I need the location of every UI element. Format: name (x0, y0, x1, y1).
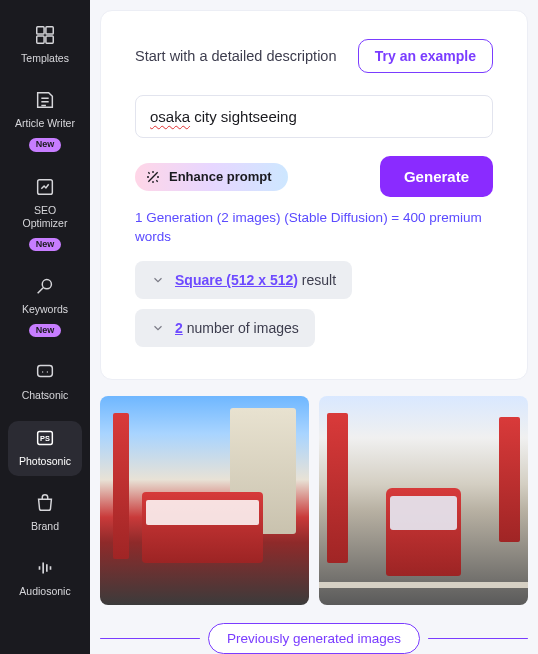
prompt-input[interactable]: osaka city sightseeing (135, 95, 493, 138)
image-count-suffix: number of images (183, 320, 299, 336)
chevron-down-icon (151, 321, 165, 335)
svg-point-5 (42, 280, 51, 289)
description-row: Start with a detailed description Try an… (135, 39, 493, 73)
keywords-icon (34, 275, 56, 297)
svg-text:PS: PS (40, 433, 50, 442)
sidebar-item-photosonic[interactable]: PS Photosonic (8, 421, 82, 476)
image-size-dropdown[interactable]: Square (512 x 512) result (135, 261, 352, 299)
sidebar-item-chatsonic[interactable]: Chatsonic (8, 355, 82, 410)
generation-cost-text: 1 Generation (2 images) (Stable Diffusio… (135, 209, 493, 247)
svg-rect-3 (46, 36, 53, 43)
article-writer-icon (34, 89, 56, 111)
generation-card: Start with a detailed description Try an… (100, 10, 528, 380)
svg-rect-6 (38, 366, 53, 377)
sidebar-item-label: Templates (21, 52, 69, 65)
previous-images-label: Previously generated images (208, 623, 420, 654)
sidebar-item-label: Chatsonic (22, 389, 69, 402)
sidebar: Templates Article Writer New SEO Optimiz… (0, 0, 90, 654)
magic-wand-icon (145, 169, 161, 185)
new-badge: New (29, 324, 62, 337)
sidebar-item-audiosonic[interactable]: Audiosonic (8, 551, 82, 606)
sidebar-item-templates[interactable]: Templates (8, 18, 82, 73)
sidebar-item-keywords[interactable]: Keywords New (8, 269, 82, 345)
audiosonic-icon (34, 557, 56, 579)
sidebar-item-brand[interactable]: Brand (8, 486, 82, 541)
templates-icon (34, 24, 56, 46)
seo-optimizer-icon (34, 176, 56, 198)
photosonic-icon: PS (34, 427, 56, 449)
actions-row: Enhance prompt Generate (135, 156, 493, 197)
sidebar-item-label: Article Writer (15, 117, 75, 130)
new-badge: New (29, 138, 62, 151)
generated-images (100, 396, 528, 605)
new-badge: New (29, 238, 62, 251)
svg-rect-2 (37, 36, 44, 43)
image-count-value: 2 (175, 320, 183, 336)
try-example-button[interactable]: Try an example (358, 39, 493, 73)
chevron-down-icon (151, 273, 165, 287)
prompt-text-rest: city sightseeing (190, 108, 297, 125)
generated-image[interactable] (100, 396, 309, 605)
sidebar-item-label: Audiosonic (19, 585, 70, 598)
image-size-suffix: result (298, 272, 336, 288)
sidebar-item-label: Photosonic (19, 455, 71, 468)
svg-rect-1 (46, 27, 53, 34)
description-label: Start with a detailed description (135, 48, 337, 64)
sidebar-item-label: Keywords (22, 303, 68, 316)
sidebar-item-seo-optimizer[interactable]: SEO Optimizer New (8, 170, 82, 260)
brand-icon (34, 492, 56, 514)
generated-image[interactable] (319, 396, 528, 605)
svg-rect-0 (37, 27, 44, 34)
generate-button[interactable]: Generate (380, 156, 493, 197)
sidebar-item-label: Brand (31, 520, 59, 533)
divider-line (428, 638, 528, 640)
divider-line (100, 638, 200, 640)
previous-images-divider: Previously generated images (100, 623, 528, 654)
main-content: Start with a detailed description Try an… (90, 0, 538, 654)
sidebar-item-label: SEO Optimizer (12, 204, 78, 230)
chatsonic-icon (34, 361, 56, 383)
prompt-spellcheck-word: osaka (150, 108, 190, 125)
enhance-prompt-button[interactable]: Enhance prompt (135, 163, 288, 191)
image-size-value: Square (512 x 512) (175, 272, 298, 288)
sidebar-item-article-writer[interactable]: Article Writer New (8, 83, 82, 159)
image-count-dropdown[interactable]: 2 number of images (135, 309, 315, 347)
enhance-prompt-label: Enhance prompt (169, 169, 272, 184)
